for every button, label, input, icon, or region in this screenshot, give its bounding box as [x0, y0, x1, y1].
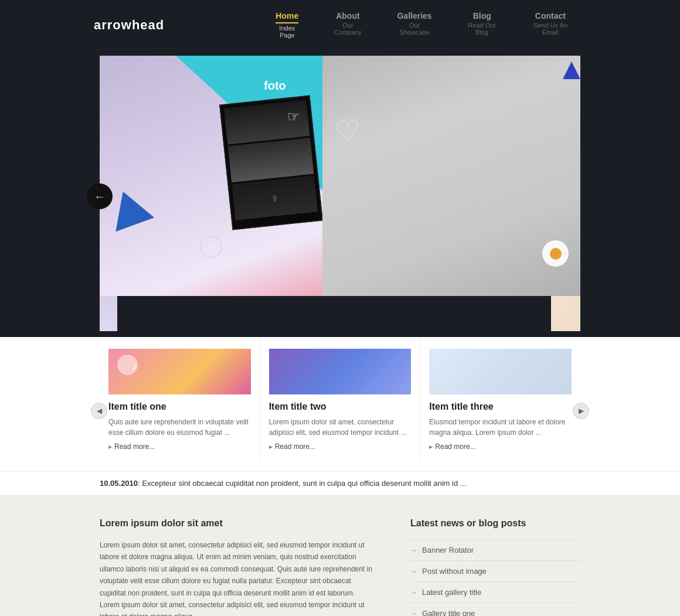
hero-left-bg: [0, 50, 100, 337]
item-readmore-3[interactable]: Read more...: [429, 443, 572, 451]
news-item-1[interactable]: Banner Rotator: [410, 539, 580, 561]
news-list: Banner Rotator Post without image Latest…: [410, 539, 580, 616]
film-figure: ♀: [270, 190, 280, 205]
news-item-label-1: Banner Rotator: [422, 546, 474, 554]
nav-contact-label: Contact: [532, 11, 569, 21]
nav-galleries-label: Galleries: [397, 11, 431, 21]
hero-panels: foto ☞ ♀: [100, 56, 580, 296]
ticker-date: 10.05.2010: [100, 479, 138, 488]
nav-home-label: Home: [276, 11, 298, 23]
slider-prev-button[interactable]: ◀: [91, 403, 107, 419]
item-desc-2: Lorem ipsum dolor sit amet, consectetur …: [269, 417, 412, 438]
hero-prev-button[interactable]: ←: [87, 183, 113, 209]
slider-item-1: Item title one Quis aute iure reprehende…: [100, 340, 260, 460]
ticker-bar: 10.05.2010: Excepteur sint obcaecat cupi…: [0, 472, 680, 495]
nav-galleries-sub: Our Showcase: [397, 22, 431, 36]
footer-content-inner: Lorem ipsum dolor sit amet Lorem ipsum d…: [100, 495, 580, 616]
header: arrowhead Home Index Page About Our Comp…: [0, 0, 680, 50]
slider-items-container: Item title one Quis aute iure reprehende…: [100, 340, 580, 460]
hero-g-icon: G: [200, 236, 222, 258]
item-thumb-1: [108, 349, 251, 394]
item-thumb-2: [269, 349, 412, 394]
ticker-text: : Excepteur sint obcaecat cupiditat non …: [138, 479, 467, 488]
nav-blog-sub: Read Our Blog: [467, 22, 497, 36]
footer-left-body: Lorem ipsum dolor sit amet, consectetur …: [100, 539, 375, 616]
nav-item-home[interactable]: Home Index Page: [258, 11, 316, 39]
foto-label: foto: [264, 79, 286, 93]
hero-centered: ← foto ☞: [100, 56, 580, 337]
nav-about-label: About: [334, 11, 362, 21]
footer-content-section: Lorem ipsum dolor sit amet Lorem ipsum d…: [0, 495, 680, 616]
film-cell-3: ♀: [232, 175, 318, 220]
news-item-2[interactable]: Post without image: [410, 561, 580, 582]
slider-next-button[interactable]: ▶: [573, 403, 589, 419]
ticker-inner: 10.05.2010: Excepteur sint obcaecat cupi…: [100, 472, 580, 495]
bw-face-bg: [322, 56, 580, 296]
hero-section: ← foto ☞: [0, 50, 680, 337]
nav-about-sub: Our Company: [334, 22, 362, 36]
slider-item-3: Item title three Eiusmod tempor incidunt…: [420, 340, 580, 460]
film-strip: ♀: [219, 95, 322, 230]
news-item-label-3: Latest gallery title: [422, 588, 481, 597]
film-cell-2: [228, 138, 314, 182]
hero-right-bg: [580, 50, 680, 337]
item-title-1: Item title one: [108, 401, 251, 412]
slider-wrapper: ◀ ▶ Item title one Quis aute iure repreh…: [100, 337, 580, 471]
nav-item-contact[interactable]: Contact Send Us An Email: [515, 11, 586, 39]
item-title-3: Item title three: [429, 401, 572, 412]
footer-left-col: Lorem ipsum dolor sit amet Lorem ipsum d…: [100, 518, 375, 616]
circle-nav-button[interactable]: [542, 240, 569, 267]
footer-left-title: Lorem ipsum dolor sit amet: [100, 518, 375, 529]
nav-item-blog[interactable]: Blog Read Our Blog: [450, 11, 515, 39]
item-title-2: Item title two: [269, 401, 412, 412]
nav-home-sub: Index Page: [276, 25, 298, 39]
slider-section: ◀ ▶ Item title one Quis aute iure repreh…: [0, 337, 680, 472]
hero-left-panel: foto ☞ ♀: [100, 56, 322, 296]
nav-item-galleries[interactable]: Galleries Our Showcase: [379, 11, 449, 39]
circle-inner: [550, 248, 562, 260]
slider-item-2: Item title two Lorem ipsum dolor sit ame…: [260, 340, 421, 460]
nav-item-about[interactable]: About Our Company: [316, 11, 379, 39]
thumb-cloud-1: [117, 355, 138, 375]
footer-right-title: Latest news or blog posts: [410, 518, 580, 529]
item-readmore-2[interactable]: Read more...: [269, 443, 412, 451]
nav-blog-label: Blog: [467, 11, 497, 21]
news-item-label-2: Post without image: [422, 567, 487, 576]
item-thumb-3: [429, 349, 572, 394]
item-readmore-1[interactable]: Read more...: [108, 443, 251, 451]
news-item-3[interactable]: Latest gallery title: [410, 582, 580, 603]
blur-hearts: ♡: [334, 114, 361, 148]
news-item-label-4: Gallery title one: [422, 609, 475, 616]
site-logo: arrowhead: [94, 18, 164, 33]
news-item-4[interactable]: Gallery title one: [410, 603, 580, 616]
item-desc-1: Quis aute iure reprehenderit in voluptat…: [108, 417, 251, 438]
main-nav: Home Index Page About Our Company Galler…: [258, 11, 586, 39]
footer-right-col: Latest news or blog posts Banner Rotator…: [410, 518, 580, 616]
hero-right-panel: ♡: [322, 56, 580, 296]
arrow-left-icon: ←: [94, 190, 106, 203]
nav-contact-sub: Send Us An Email: [532, 22, 569, 36]
item-desc-3: Eiusmod tempor incidunt ut labore et dol…: [429, 417, 572, 438]
cursor-icon: ☞: [287, 108, 300, 125]
